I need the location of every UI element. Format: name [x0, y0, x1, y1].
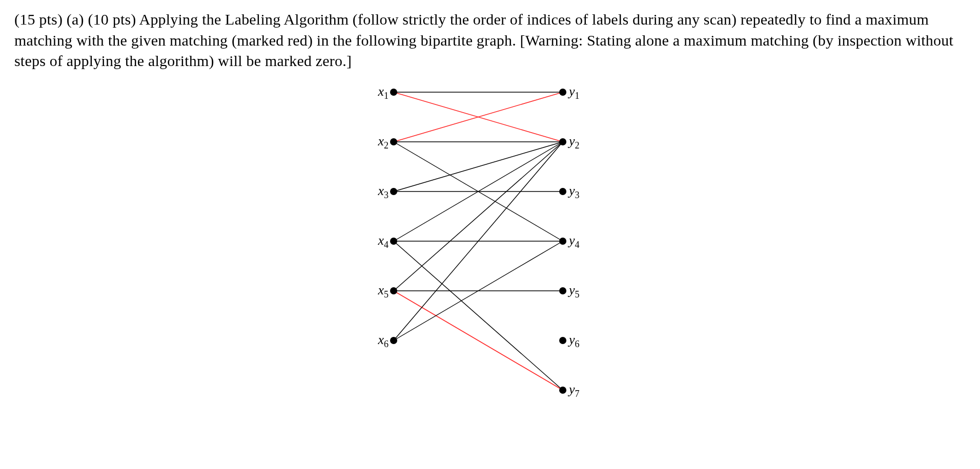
vertex-x3	[390, 188, 397, 195]
vertex-label-y1: y1	[569, 84, 580, 99]
bipartite-graph: x1x2x3x4x5x6y1y2y3y4y5y6y7	[14, 72, 980, 451]
vertex-y3	[559, 188, 566, 195]
vertex-label-x3: x3	[368, 183, 389, 199]
vertex-x1	[390, 89, 397, 96]
vertex-x2	[390, 138, 397, 145]
vertex-y7	[559, 387, 566, 394]
question-text: (15 pts) (a) (10 pts) Applying the Label…	[14, 9, 966, 72]
edge-x5-y2	[394, 142, 563, 291]
vertex-y2	[559, 138, 566, 145]
vertex-y4	[559, 238, 566, 245]
page-root: (15 pts) (a) (10 pts) Applying the Label…	[0, 0, 980, 469]
vertex-x6	[390, 337, 397, 344]
vertex-y1	[559, 89, 566, 96]
vertex-label-x5: x5	[368, 283, 389, 298]
edge-x5-y7-matched	[394, 291, 563, 390]
vertex-label-x4: x4	[368, 233, 389, 248]
vertex-x5	[390, 287, 397, 294]
vertex-label-y7: y7	[569, 382, 580, 397]
graph-svg	[14, 72, 980, 451]
edge-x4-y7	[394, 241, 563, 390]
vertex-label-x2: x2	[368, 134, 389, 149]
vertex-y6	[559, 337, 566, 344]
vertex-label-x1: x1	[368, 84, 389, 99]
vertex-label-y4: y4	[569, 233, 580, 248]
vertex-y5	[559, 287, 566, 294]
edge-x3-y2	[394, 142, 563, 191]
vertex-label-y2: y2	[569, 134, 580, 149]
vertex-label-y3: y3	[569, 183, 580, 199]
vertex-label-y5: y5	[569, 283, 580, 298]
vertex-x4	[390, 238, 397, 245]
vertex-label-y6: y6	[569, 332, 580, 348]
vertex-label-x6: x6	[368, 332, 389, 348]
